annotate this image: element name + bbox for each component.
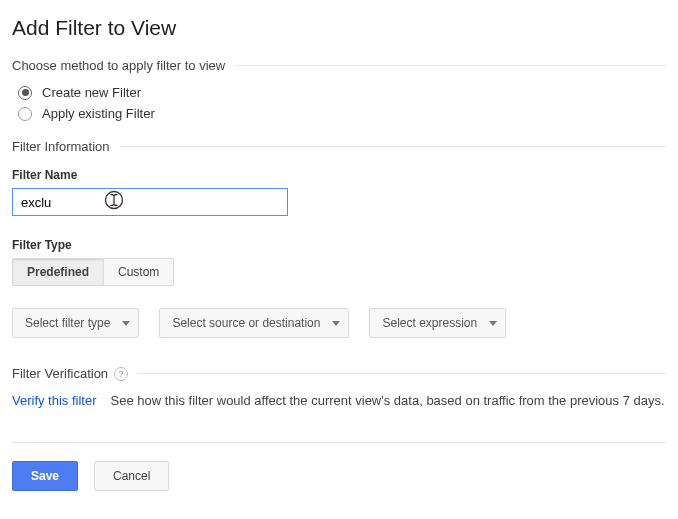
filter-type-toggle: Predefined Custom [12, 258, 174, 286]
verify-description: See how this filter would affect the cur… [111, 393, 665, 408]
divider [12, 442, 666, 443]
method-radio-group: Create new Filter Apply existing Filter [18, 85, 666, 121]
dropdown-label: Select source or destination [172, 316, 320, 330]
divider [138, 373, 666, 374]
toggle-custom[interactable]: Custom [103, 259, 173, 285]
filter-info-section-header: Filter Information [12, 139, 666, 154]
radio-create-new-filter[interactable]: Create new Filter [18, 85, 666, 100]
chevron-down-icon [122, 321, 130, 326]
cancel-button[interactable]: Cancel [94, 461, 169, 491]
filter-name-label: Filter Name [12, 168, 666, 182]
radio-icon [18, 107, 32, 121]
radio-apply-existing-filter[interactable]: Apply existing Filter [18, 106, 666, 121]
method-section-header: Choose method to apply filter to view [12, 58, 666, 73]
chevron-down-icon [332, 321, 340, 326]
save-button[interactable]: Save [12, 461, 78, 491]
filter-name-input[interactable] [12, 188, 288, 216]
verification-section-header: Filter Verification ? [12, 366, 666, 381]
dropdown-select-expression[interactable]: Select expression [369, 308, 506, 338]
divider [235, 65, 666, 66]
toggle-predefined[interactable]: Predefined [13, 259, 103, 285]
verification-section-label: Filter Verification [12, 366, 108, 381]
radio-icon [18, 86, 32, 100]
dropdown-select-source-destination[interactable]: Select source or destination [159, 308, 349, 338]
dropdown-label: Select expression [382, 316, 477, 330]
radio-label: Create new Filter [42, 85, 141, 100]
divider [120, 146, 666, 147]
method-section-label: Choose method to apply filter to view [12, 58, 225, 73]
radio-label: Apply existing Filter [42, 106, 155, 121]
dropdown-label: Select filter type [25, 316, 110, 330]
filter-info-section-label: Filter Information [12, 139, 110, 154]
dropdown-select-filter-type[interactable]: Select filter type [12, 308, 139, 338]
verify-filter-link[interactable]: Verify this filter [12, 393, 97, 408]
filter-type-label: Filter Type [12, 238, 666, 252]
help-icon[interactable]: ? [114, 367, 128, 381]
chevron-down-icon [489, 321, 497, 326]
page-title: Add Filter to View [12, 16, 666, 40]
